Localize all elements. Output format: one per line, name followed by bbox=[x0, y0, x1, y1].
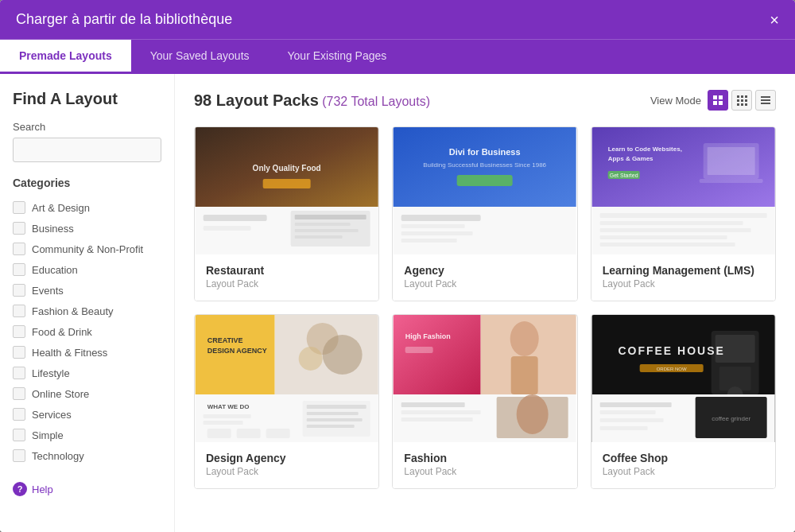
category-label-lifestyle: Lifestyle bbox=[32, 367, 70, 379]
svg-rect-69 bbox=[394, 315, 481, 394]
svg-text:Only Quality Food: Only Quality Food bbox=[253, 164, 321, 173]
svg-rect-1 bbox=[719, 95, 723, 99]
category-item-technology[interactable]: Technology bbox=[13, 445, 161, 466]
svg-text:Learn to Code Websites,: Learn to Code Websites, bbox=[607, 146, 681, 153]
svg-rect-2 bbox=[713, 101, 717, 105]
category-checkbox-art-design[interactable] bbox=[13, 201, 25, 214]
search-input[interactable] bbox=[13, 138, 161, 162]
category-checkbox-education[interactable] bbox=[13, 263, 25, 276]
layout-card-restaurant[interactable]: Only Quality Food Restaurant Layout Pack bbox=[194, 126, 379, 301]
svg-rect-34 bbox=[401, 231, 473, 235]
tab-premade[interactable]: Premade Layouts bbox=[0, 40, 131, 74]
layout-card-agency[interactable]: Divi for Business Building Successful Bu… bbox=[392, 126, 577, 301]
card-title-fashion: Fashion bbox=[404, 452, 565, 464]
category-item-online-store[interactable]: Online Store bbox=[13, 383, 161, 404]
svg-rect-19 bbox=[263, 179, 311, 188]
modal-overlay: Charger à partir de la bibliothèque × Pr… bbox=[0, 0, 795, 532]
category-label-community: Community & Non-Profit bbox=[32, 243, 143, 255]
card-subtitle-agency: Layout Pack bbox=[404, 278, 565, 289]
card-title-coffee: Coffee Shop bbox=[603, 452, 764, 464]
svg-rect-50 bbox=[196, 315, 275, 394]
search-label: Search bbox=[13, 121, 161, 133]
category-label-online-store: Online Store bbox=[32, 388, 89, 400]
svg-rect-0 bbox=[713, 95, 717, 99]
svg-rect-66 bbox=[307, 412, 359, 415]
view-list-button[interactable] bbox=[755, 90, 776, 111]
svg-rect-23 bbox=[295, 215, 366, 219]
view-icons bbox=[708, 90, 776, 111]
category-checkbox-events[interactable] bbox=[13, 284, 25, 297]
category-item-food[interactable]: Food & Drink bbox=[13, 321, 161, 342]
total-label: (732 Total Layouts) bbox=[322, 95, 430, 108]
svg-rect-11 bbox=[741, 103, 743, 106]
svg-rect-33 bbox=[401, 224, 465, 228]
main-content: 98 Layout Packs (732 Total Layouts) View… bbox=[175, 74, 795, 532]
svg-rect-72 bbox=[511, 356, 538, 394]
svg-text:ORDER NOW: ORDER NOW bbox=[656, 367, 686, 371]
svg-rect-47 bbox=[599, 228, 750, 232]
svg-point-53 bbox=[323, 335, 363, 375]
category-checkbox-community[interactable] bbox=[13, 243, 25, 255]
card-subtitle-lms: Layout Pack bbox=[603, 278, 764, 289]
svg-rect-62 bbox=[237, 429, 261, 438]
help-link[interactable]: ? Help bbox=[13, 482, 161, 496]
category-label-fashion: Fashion & Beauty bbox=[32, 305, 114, 317]
svg-rect-14 bbox=[761, 99, 770, 101]
svg-text:CREATIVE: CREATIVE bbox=[207, 336, 243, 344]
categories-title: Categories bbox=[13, 177, 161, 189]
main-header: 98 Layout Packs (732 Total Layouts) View… bbox=[194, 90, 776, 111]
category-checkbox-health[interactable] bbox=[13, 346, 25, 359]
svg-rect-49 bbox=[599, 243, 735, 247]
svg-point-71 bbox=[510, 321, 539, 356]
category-label-food: Food & Drink bbox=[32, 326, 92, 338]
layout-card-design-agency[interactable]: CREATIVE DESIGN AGENCY WHAT WE DO Design… bbox=[194, 314, 379, 489]
category-item-events[interactable]: Events bbox=[13, 280, 161, 301]
card-info-coffee: Coffee Shop Layout Pack bbox=[591, 442, 775, 488]
svg-rect-39 bbox=[699, 179, 762, 183]
svg-rect-9 bbox=[745, 99, 747, 102]
card-subtitle-fashion: Layout Pack bbox=[404, 466, 565, 477]
svg-rect-67 bbox=[307, 418, 363, 421]
category-label-health: Health & Fitness bbox=[32, 347, 107, 359]
category-item-fashion[interactable]: Fashion & Beauty bbox=[13, 301, 161, 321]
view-large-button[interactable] bbox=[708, 90, 728, 111]
category-checkbox-simple[interactable] bbox=[13, 429, 25, 441]
close-button[interactable]: × bbox=[770, 12, 779, 28]
svg-rect-60 bbox=[204, 421, 243, 425]
card-info-fashion: Fashion Layout Pack bbox=[393, 442, 576, 488]
svg-rect-4 bbox=[737, 95, 739, 98]
category-item-art-design[interactable]: Art & Design bbox=[13, 197, 161, 218]
layout-card-lms[interactable]: Learn to Code Websites, Apps & Games Get… bbox=[591, 126, 776, 301]
view-mode-controls: View Mode bbox=[650, 90, 776, 111]
view-medium-button[interactable] bbox=[731, 90, 752, 111]
category-item-simple[interactable]: Simple bbox=[13, 425, 161, 445]
category-item-education[interactable]: Education bbox=[13, 259, 161, 280]
svg-rect-90 bbox=[599, 402, 671, 407]
category-checkbox-business[interactable] bbox=[13, 222, 25, 235]
modal-title: Charger à partir de la bibliothèque bbox=[16, 11, 232, 28]
category-item-services[interactable]: Services bbox=[13, 404, 161, 425]
svg-rect-15 bbox=[761, 103, 770, 104]
layout-card-coffee[interactable]: COFFEE HOUSE ORDER NOW coffee grinder Co… bbox=[591, 314, 776, 489]
svg-rect-32 bbox=[401, 215, 481, 221]
category-checkbox-lifestyle[interactable] bbox=[13, 367, 25, 379]
tab-saved[interactable]: Your Saved Layouts bbox=[131, 40, 269, 74]
category-item-business[interactable]: Business bbox=[13, 218, 161, 239]
category-checkbox-services[interactable] bbox=[13, 408, 25, 421]
svg-rect-48 bbox=[599, 235, 727, 239]
category-checkbox-food[interactable] bbox=[13, 325, 25, 338]
category-checkbox-fashion[interactable] bbox=[13, 305, 25, 317]
tab-existing[interactable]: Your Existing Pages bbox=[269, 40, 406, 74]
svg-text:High Fashion: High Fashion bbox=[405, 332, 451, 340]
svg-rect-21 bbox=[204, 226, 251, 231]
category-item-community[interactable]: Community & Non-Profit bbox=[13, 239, 161, 259]
category-item-lifestyle[interactable]: Lifestyle bbox=[13, 363, 161, 383]
svg-text:Get Started: Get Started bbox=[609, 173, 638, 178]
layout-card-fashion[interactable]: High Fashion Fashion Layout Pack bbox=[392, 314, 577, 489]
tab-bar: Premade Layouts Your Saved Layouts Your … bbox=[0, 39, 795, 74]
svg-rect-35 bbox=[401, 239, 457, 243]
category-item-health[interactable]: Health & Fitness bbox=[13, 342, 161, 363]
svg-rect-3 bbox=[719, 101, 723, 105]
category-checkbox-online-store[interactable] bbox=[13, 387, 25, 400]
category-checkbox-technology[interactable] bbox=[13, 449, 25, 462]
